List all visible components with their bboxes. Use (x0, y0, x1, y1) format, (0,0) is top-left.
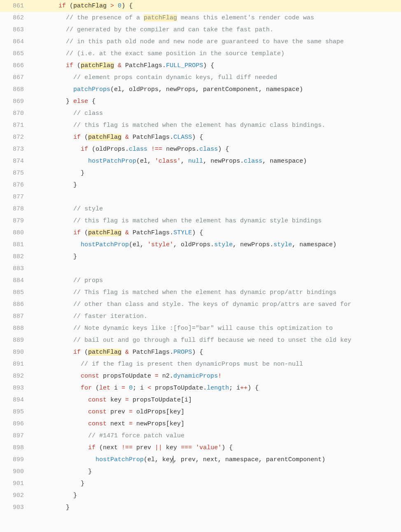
code-line[interactable]: 894 const key = propsToUpdate[i] (0, 394, 401, 406)
line-content[interactable]: // bail out and go through a full diff b… (29, 334, 401, 346)
code-line[interactable]: 891 // if the flag is present then dynam… (0, 358, 401, 370)
code-line[interactable]: 881 hostPatchProp(el, 'style', oldProps.… (0, 239, 401, 251)
line-content[interactable] (29, 263, 401, 275)
line-content[interactable]: } (29, 167, 401, 179)
code-line[interactable]: 889 // bail out and go through a full di… (0, 334, 401, 346)
line-content[interactable]: // props (29, 275, 401, 287)
code-line[interactable]: 897 // #1471 force patch value (0, 430, 401, 442)
line-content[interactable]: if (patchFlag & PatchFlags.STYLE) { (29, 227, 401, 239)
code-line[interactable]: 893 for (let i = 0; i < propsToUpdate.le… (0, 382, 401, 394)
line-content[interactable]: // element props contain dynamic keys, f… (29, 72, 401, 84)
line-content[interactable]: hostPatchProp(el, 'class', null, newProp… (29, 155, 401, 167)
line-number: 898 (0, 442, 29, 454)
line-content[interactable]: // if the flag is present then dynamicPr… (29, 358, 401, 370)
line-number: 901 (0, 478, 29, 490)
code-line[interactable]: 903 } (0, 502, 401, 513)
line-content[interactable]: // this flag is matched when the element… (29, 215, 401, 227)
code-line[interactable]: 892 const propsToUpdate = n2.dynamicProp… (0, 370, 401, 382)
line-content[interactable]: if (patchFlag & PatchFlags.FULL_PROPS) { (29, 60, 401, 72)
line-content[interactable]: // class (29, 107, 401, 119)
code-line[interactable]: 879 // this flag is matched when the ele… (0, 215, 401, 227)
line-content[interactable]: // style (29, 203, 401, 215)
line-content[interactable]: } (29, 502, 401, 513)
line-content[interactable]: if (next !== prev || key === 'value') { (29, 442, 401, 454)
code-line[interactable]: 866 if (patchFlag & PatchFlags.FULL_PROP… (0, 60, 401, 72)
code-line[interactable]: 871 // this flag is matched when the ele… (0, 119, 401, 131)
line-content[interactable]: if (patchFlag & PatchFlags.PROPS) { (29, 346, 401, 358)
line-content[interactable]: if (oldProps.class !== newProps.class) { (29, 143, 401, 155)
line-number: 891 (0, 358, 29, 370)
line-content[interactable]: // the presence of a patchFlag means thi… (29, 12, 401, 24)
code-editor[interactable]: 861 if (patchFlag > 0) {862 // the prese… (0, 0, 401, 513)
code-line[interactable]: 864 // in this path old node and new nod… (0, 36, 401, 48)
line-content[interactable]: const propsToUpdate = n2.dynamicProps! (29, 370, 401, 382)
line-content[interactable]: const key = propsToUpdate[i] (29, 394, 401, 406)
line-number: 869 (0, 96, 29, 107)
line-content[interactable]: // This flag is matched when the element… (29, 287, 401, 299)
code-line[interactable]: 862 // the presence of a patchFlag means… (0, 12, 401, 24)
code-line[interactable]: 872 if (patchFlag & PatchFlags.CLASS) { (0, 131, 401, 143)
code-line[interactable]: 890 if (patchFlag & PatchFlags.PROPS) { (0, 346, 401, 358)
code-line[interactable]: 863 // generated by the compiler and can… (0, 24, 401, 36)
line-content[interactable]: // (i.e. at the exact same position in t… (29, 48, 401, 60)
line-number: 895 (0, 406, 29, 418)
code-line[interactable]: 896 const next = newProps[key] (0, 418, 401, 430)
line-number: 903 (0, 502, 29, 513)
line-number: 862 (0, 12, 29, 24)
code-line[interactable]: 873 if (oldProps.class !== newProps.clas… (0, 143, 401, 155)
code-line[interactable]: 902 } (0, 490, 401, 502)
code-line[interactable]: 869 } else { (0, 96, 401, 107)
code-line[interactable]: 895 const prev = oldProps[key] (0, 406, 401, 418)
code-line[interactable]: 865 // (i.e. at the exact same position … (0, 48, 401, 60)
code-line[interactable]: 888 // Note dynamic keys like :[foo]="ba… (0, 322, 401, 334)
line-content[interactable]: hostPatchProp(el, 'style', oldProps.styl… (29, 239, 401, 251)
line-content[interactable]: // faster iteration. (29, 310, 401, 322)
code-line[interactable]: 870 // class (0, 107, 401, 119)
code-line[interactable]: 874 hostPatchProp(el, 'class', null, new… (0, 155, 401, 167)
code-line[interactable]: 883 (0, 263, 401, 275)
line-content[interactable]: // #1471 force patch value (29, 430, 401, 442)
line-content[interactable]: } (29, 478, 401, 490)
code-line[interactable]: 886 // other than class and style. The k… (0, 299, 401, 310)
code-line[interactable]: 880 if (patchFlag & PatchFlags.STYLE) { (0, 227, 401, 239)
line-number: 884 (0, 275, 29, 287)
code-line[interactable]: 867 // element props contain dynamic key… (0, 72, 401, 84)
code-line[interactable]: 878 // style (0, 203, 401, 215)
code-line[interactable]: 898 if (next !== prev || key === 'value'… (0, 442, 401, 454)
line-content[interactable]: } else { (29, 96, 401, 107)
code-line[interactable]: 887 // faster iteration. (0, 310, 401, 322)
line-number: 870 (0, 107, 29, 119)
code-line[interactable]: 876 } (0, 179, 401, 191)
line-number: 889 (0, 334, 29, 346)
line-content[interactable]: if (patchFlag & PatchFlags.CLASS) { (29, 131, 401, 143)
line-number: 879 (0, 215, 29, 227)
line-content[interactable]: // in this path old node and new node ar… (29, 36, 401, 48)
code-line[interactable]: 899 hostPatchProp(el, key, prev, next, n… (0, 454, 401, 466)
line-number: 864 (0, 36, 29, 48)
line-content[interactable]: // this flag is matched when the element… (29, 119, 401, 131)
code-line[interactable]: 877 (0, 191, 401, 203)
code-line[interactable]: 885 // This flag is matched when the ele… (0, 287, 401, 299)
code-line[interactable]: 882 } (0, 251, 401, 263)
line-content[interactable]: patchProps(el, oldProps, newProps, paren… (29, 84, 401, 96)
line-content[interactable]: if (patchFlag > 0) { (29, 0, 401, 12)
line-content[interactable]: } (29, 490, 401, 502)
line-content[interactable]: // other than class and style. The keys … (29, 299, 401, 310)
code-line[interactable]: 868 patchProps(el, oldProps, newProps, p… (0, 84, 401, 96)
line-content[interactable]: // generated by the compiler and can tak… (29, 24, 401, 36)
code-line[interactable]: 861 if (patchFlag > 0) { (0, 0, 401, 12)
code-line[interactable]: 900 } (0, 466, 401, 478)
line-content[interactable]: } (29, 179, 401, 191)
line-content[interactable]: const prev = oldProps[key] (29, 406, 401, 418)
line-content[interactable]: } (29, 251, 401, 263)
line-content[interactable]: const next = newProps[key] (29, 418, 401, 430)
code-line[interactable]: 884 // props (0, 275, 401, 287)
line-content[interactable]: for (let i = 0; i < propsToUpdate.length… (29, 382, 401, 394)
line-content[interactable]: // Note dynamic keys like :[foo]="bar" w… (29, 322, 401, 334)
code-line[interactable]: 901 } (0, 478, 401, 490)
line-content[interactable]: } (29, 466, 401, 478)
line-content[interactable] (29, 191, 401, 203)
line-content[interactable]: hostPatchProp(el, key, prev, next, names… (29, 454, 401, 466)
line-number: 902 (0, 490, 29, 502)
code-line[interactable]: 875 } (0, 167, 401, 179)
